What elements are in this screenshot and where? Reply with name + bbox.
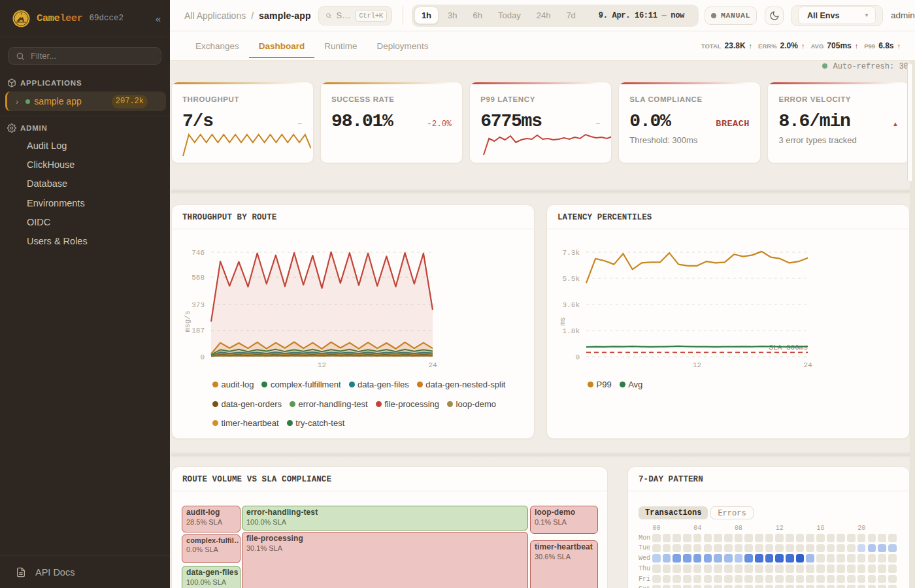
svg-text:ms: ms [559,317,567,325]
svg-text:0: 0 [575,353,580,361]
svg-text:12: 12 [693,361,701,369]
svg-text:0: 0 [200,353,205,361]
svg-text:187: 187 [191,327,205,335]
svg-text:24: 24 [428,361,437,369]
svg-text:1.8k: 1.8k [563,327,580,335]
svg-text:568: 568 [191,274,205,282]
svg-text:24: 24 [803,361,812,369]
svg-text:7.3k: 7.3k [563,249,580,257]
svg-text:msg/s: msg/s [184,310,191,332]
svg-text:5.5k: 5.5k [563,275,580,283]
svg-text:373: 373 [191,301,205,309]
svg-text:SLA 300ms: SLA 300ms [769,344,808,351]
svg-text:746: 746 [191,249,205,257]
svg-text:3.6k: 3.6k [563,301,580,309]
svg-text:12: 12 [318,361,326,369]
